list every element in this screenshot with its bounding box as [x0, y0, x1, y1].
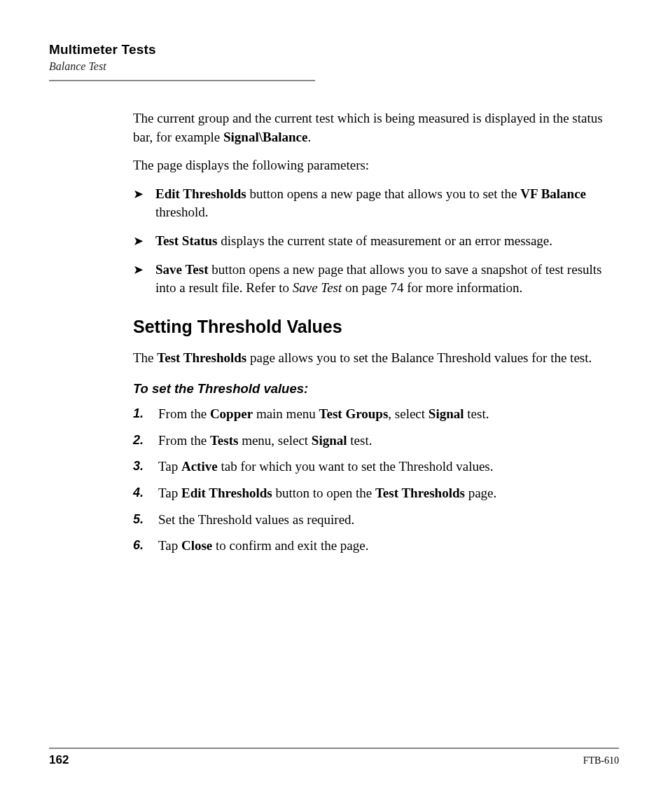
- bold-text: Close: [181, 538, 212, 553]
- bullet-arrow-icon: ➤: [133, 188, 144, 200]
- text: menu, select: [238, 433, 311, 448]
- text: page allows you to set the Balance Thres…: [246, 350, 592, 365]
- text: main menu: [253, 406, 319, 421]
- bold-text: Edit Thresholds: [155, 186, 246, 201]
- page-number: 162: [49, 753, 69, 767]
- step-item: 4. Tap Edit Thresholds button to open th…: [133, 484, 612, 503]
- step-number: 2.: [133, 432, 144, 449]
- text: Tap: [158, 486, 181, 500]
- bold-text: VF Balance: [520, 186, 586, 201]
- step-item: 3. Tap Active tab for which you want to …: [133, 457, 612, 476]
- bold-text: Copper: [210, 406, 253, 421]
- bold-text: Test Groups: [319, 406, 389, 421]
- text: The: [133, 350, 157, 365]
- bullet-item: ➤ Save Test button opens a new page that…: [133, 261, 612, 298]
- text: displays the current state of measuremen…: [218, 233, 553, 248]
- text: From the: [158, 433, 210, 448]
- step-number: 5.: [133, 511, 144, 528]
- bold-text: Test Thresholds: [157, 350, 246, 365]
- page: Multimeter Tests Balance Test The curren…: [0, 0, 668, 812]
- bold-text: Test Status: [155, 233, 218, 248]
- task-heading: To set the Threshold values:: [133, 380, 612, 398]
- text: , select: [388, 406, 429, 421]
- bold-text: Save Test: [155, 262, 209, 277]
- text: tab for which you want to set the Thresh…: [218, 459, 494, 474]
- text: Set the Threshold values as required.: [158, 512, 354, 527]
- step-item: 6. Tap Close to confirm and exit the pag…: [133, 537, 612, 556]
- intro-paragraph-1: The current group and the current test w…: [133, 109, 612, 146]
- text: button opens a new page that allows you …: [246, 186, 521, 201]
- step-list: 1. From the Copper main menu Test Groups…: [133, 405, 612, 556]
- text: .: [307, 130, 311, 144]
- text: to confirm and exit the page.: [212, 538, 368, 553]
- text: Tap: [158, 459, 181, 474]
- step-item: 5. Set the Threshold values as required.: [133, 511, 612, 530]
- bold-text: Edit Thresholds: [181, 486, 272, 500]
- step-number: 4.: [133, 484, 144, 502]
- header-rule: [49, 80, 315, 81]
- text: test.: [464, 406, 489, 421]
- bullet-list: ➤ Edit Thresholds button opens a new pag…: [133, 185, 612, 298]
- footer-rule: [49, 748, 619, 749]
- bullet-arrow-icon: ➤: [133, 263, 144, 276]
- footer-row: 162 FTB-610: [49, 753, 619, 767]
- bold-text: Test Thresholds: [375, 486, 465, 500]
- bullet-arrow-icon: ➤: [133, 235, 144, 247]
- document-id: FTB-610: [583, 755, 619, 766]
- intro-paragraph-2: The page displays the following paramete…: [133, 156, 612, 175]
- body-content: The current group and the current test w…: [133, 109, 612, 556]
- step-number: 1.: [133, 405, 144, 422]
- bold-text: Tests: [210, 433, 238, 448]
- text: Tap: [158, 538, 181, 553]
- bold-text: Signal: [312, 433, 347, 448]
- page-footer: 162 FTB-610: [49, 748, 619, 767]
- step-number: 3.: [133, 457, 144, 475]
- step-item: 1. From the Copper main menu Test Groups…: [133, 405, 612, 424]
- text: The current group and the current test w…: [133, 111, 603, 144]
- bullet-item: ➤ Edit Thresholds button opens a new pag…: [133, 185, 612, 222]
- bold-text: Signal: [429, 406, 464, 421]
- text: test.: [347, 433, 373, 448]
- bold-text: Signal\Balance: [223, 130, 307, 144]
- text: page.: [465, 486, 496, 500]
- section-description: The Test Thresholds page allows you to s…: [133, 349, 612, 368]
- bullet-item: ➤ Test Status displays the current state…: [133, 232, 612, 251]
- chapter-title: Multimeter Tests: [49, 42, 619, 57]
- italic-text: Save Test: [293, 280, 342, 295]
- text: button to open the: [272, 486, 375, 500]
- step-number: 6.: [133, 537, 144, 554]
- section-heading: Setting Threshold Values: [133, 315, 612, 339]
- text: on page 74 for more information.: [342, 280, 522, 295]
- bold-text: Active: [181, 459, 218, 474]
- text: threshold.: [155, 205, 208, 219]
- text: From the: [158, 406, 210, 421]
- step-item: 2. From the Tests menu, select Signal te…: [133, 432, 612, 450]
- subsection-title: Balance Test: [49, 60, 619, 73]
